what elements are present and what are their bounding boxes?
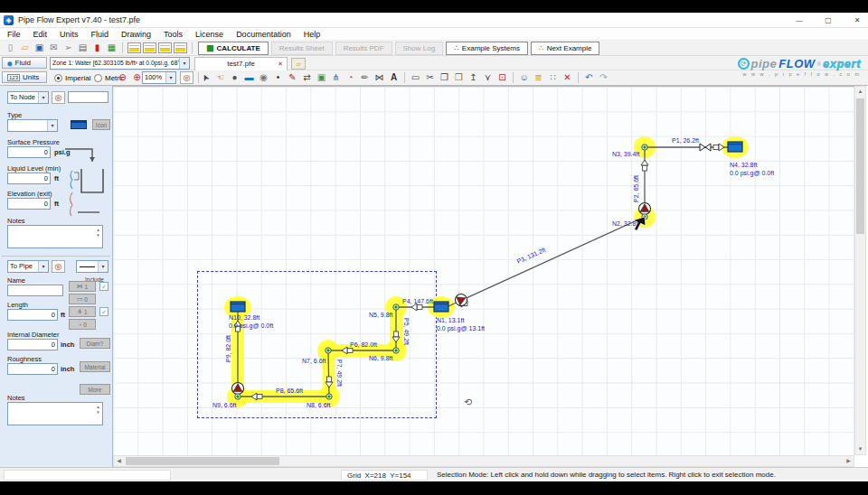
menu-edit[interactable]: Edit	[33, 30, 48, 39]
imperial-radio[interactable]: Imperial	[54, 74, 90, 82]
results-pdf-button[interactable]: Results PDF	[335, 42, 392, 55]
scroll-up-icon[interactable]: ▲	[855, 87, 865, 97]
tank-node-N1[interactable]	[434, 302, 448, 312]
open-folder-icon[interactable]: ▱	[18, 42, 32, 54]
cut-icon[interactable]: ✂	[423, 71, 437, 84]
notes-spinner[interactable]: ▴▾	[94, 227, 102, 238]
scroll-left-icon[interactable]: ◀	[114, 456, 124, 466]
menu-license[interactable]: License	[195, 30, 223, 39]
roughness-input[interactable]	[7, 363, 58, 375]
zoom-out-icon[interactable]: ⊖	[116, 71, 129, 84]
maximize-button[interactable]: ▢	[823, 16, 834, 24]
pipe-notes-textarea[interactable]	[7, 402, 103, 425]
tank-tool-icon[interactable]: ▬	[242, 71, 256, 84]
text-tool-icon[interactable]: A	[387, 71, 401, 84]
material-button[interactable]: Material	[80, 361, 110, 372]
icon-button[interactable]: Icon	[92, 119, 110, 130]
valve-tool-icon[interactable]: ⋈	[373, 71, 386, 84]
zoom-level-select[interactable]: 100% ▾	[142, 71, 176, 84]
diam-button[interactable]: Diam?	[80, 338, 110, 349]
crosshair-tool-button[interactable]: ◎	[180, 71, 193, 84]
next-example-button[interactable]: ∴ Next Example	[531, 42, 600, 55]
elevation-input[interactable]	[7, 198, 51, 210]
bring-front-icon[interactable]: ↥	[467, 71, 480, 84]
vertical-scrollbar[interactable]: ▲ ▼	[854, 86, 866, 455]
include-valves-checkbox[interactable]: ✓	[99, 282, 108, 291]
layers-icon[interactable]: ≣	[532, 71, 545, 84]
pipe-target-button[interactable]: ◎	[52, 260, 65, 273]
pipe-draw-icon[interactable]: ✎	[286, 71, 299, 84]
node-type-select[interactable]: ▾	[7, 119, 58, 132]
redo-icon[interactable]: ↷	[597, 71, 610, 84]
internal-diameter-input[interactable]	[7, 339, 58, 350]
fluid-zone-select[interactable]: Zone 1: Water [62.303105 lb/ft³ at 0.0ps…	[50, 57, 190, 70]
pipe-P3[interactable]	[448, 217, 645, 306]
group-nodes-icon[interactable]: ∷	[546, 71, 560, 84]
liquid-level-input[interactable]	[7, 173, 51, 184]
fluid-button[interactable]: ⬤ Fluid	[2, 57, 47, 69]
to-node-select[interactable]: To Node ▾	[7, 91, 49, 104]
node-ref-input[interactable]	[68, 91, 108, 103]
to-pipe-select[interactable]: To Pipe ▾	[7, 260, 49, 273]
menu-help[interactable]: Help	[304, 30, 321, 39]
pencil-icon[interactable]: ✏	[358, 71, 372, 84]
fittings-icon[interactable]: ⋔	[329, 71, 343, 84]
units-button[interactable]: 123 Units	[2, 71, 47, 83]
menu-documentation[interactable]: Documentation	[236, 30, 291, 39]
menu-drawing[interactable]: Drawing	[121, 30, 151, 39]
menu-file[interactable]: File	[7, 30, 21, 39]
drawing-canvas[interactable]: P1, 26.2ftP2, 65.6ftP3, 131.2ftP4, 147.6…	[113, 86, 854, 455]
include-fittings-checkbox[interactable]: ✓	[99, 307, 108, 316]
rect-select-icon[interactable]: ▭	[409, 71, 422, 84]
more-button[interactable]: More	[80, 384, 110, 395]
pipes-sheet-chip[interactable]	[127, 42, 141, 53]
pumps-count-button[interactable]: ◔0	[69, 319, 96, 330]
horizontal-scrollbar[interactable]: ◀ ▶	[113, 455, 854, 467]
surface-pressure-input[interactable]	[7, 146, 51, 158]
new-tab-button[interactable]: ▱	[291, 58, 306, 70]
print-icon[interactable]: ▤	[76, 42, 90, 54]
demand-tool-icon[interactable]: ◉	[257, 71, 270, 84]
valves-count-button[interactable]: ⋈1	[69, 281, 96, 292]
components-count-button[interactable]: ▭0	[69, 294, 96, 304]
point-tool-icon[interactable]: •	[271, 71, 285, 84]
labels-sheet-chip[interactable]	[158, 42, 172, 53]
node-target-button[interactable]: ◎	[52, 91, 65, 104]
new-file-icon[interactable]: ▯	[4, 42, 17, 54]
length-input[interactable]	[7, 309, 58, 321]
reverse-flow-icon[interactable]: ⇄	[300, 71, 314, 84]
pie-icon[interactable]: ◔	[344, 71, 357, 84]
scroll-right-icon[interactable]: ▶	[844, 456, 854, 466]
results-sheet-button[interactable]: Results Sheet	[271, 42, 333, 55]
copy-icon[interactable]: ❐	[438, 71, 451, 84]
close-button[interactable]: ✕	[852, 16, 863, 24]
pump-icon[interactable]	[232, 383, 244, 395]
branch-icon[interactable]: ⋎	[481, 71, 495, 84]
node-tool-icon[interactable]: ●	[228, 71, 241, 84]
menu-units[interactable]: Units	[60, 30, 79, 39]
pump-icon[interactable]	[639, 203, 651, 215]
example-systems-button[interactable]: ∴ Example Systems	[446, 42, 528, 55]
tab-close-icon[interactable]: ✕	[278, 58, 283, 70]
minimize-button[interactable]: —	[794, 16, 805, 24]
save-icon[interactable]: ▣	[33, 42, 46, 54]
pointer-tool-icon[interactable]: ➤	[197, 69, 214, 87]
nodes-sheet-chip[interactable]	[143, 42, 156, 53]
paste-icon[interactable]: ❒	[452, 71, 466, 84]
excel-icon[interactable]: ▦	[105, 42, 118, 54]
show-log-button[interactable]: Show Log	[395, 42, 444, 55]
pipe-name-input[interactable]	[7, 285, 63, 296]
menu-fluid[interactable]: Fluid	[91, 30, 109, 39]
line-style-select[interactable]: ▾	[76, 260, 108, 273]
delete-icon[interactable]: ✕	[561, 71, 574, 84]
calc-sheet-chip[interactable]	[174, 42, 187, 53]
fittings-count-button[interactable]: ⋔1	[69, 306, 96, 317]
pan-hand-icon[interactable]: ☜	[213, 71, 227, 84]
user-icon[interactable]: ☺	[517, 71, 531, 84]
export-icon[interactable]: ➢	[61, 42, 75, 54]
email-icon[interactable]: ✉	[47, 42, 61, 54]
pdf-icon[interactable]: ▮	[90, 42, 104, 54]
valve-icon[interactable]	[700, 144, 711, 151]
zoom-area-icon[interactable]: ⊡	[495, 71, 509, 84]
tank-node-N10[interactable]	[231, 302, 245, 312]
